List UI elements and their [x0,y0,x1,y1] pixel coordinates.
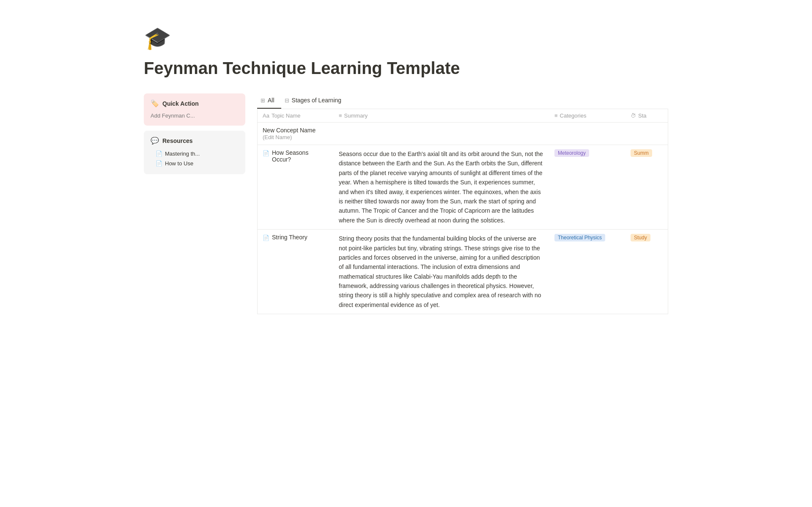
new-concept-status-cell [625,123,668,145]
how-seasons-topic-cell: 📄 How Seasons Occur? [258,145,334,230]
resources-icon: 💬 [151,137,159,145]
col-header-topic: Aa Topic Name [258,109,334,123]
tab-all[interactable]: ⊞ All [257,93,281,109]
resources-header: 💬 Resources [151,137,239,145]
string-theory-topic-cell: 📄 String Theory [258,230,334,314]
col-categories-label: Categories [560,112,587,119]
table-row: New Concept Name (Edit Name) [258,123,668,145]
tab-all-icon: ⊞ [261,97,265,104]
new-concept-topic-name[interactable]: New Concept Name (Edit Name) [263,127,315,140]
sidebar: 🏷️ Quick Action 💬 Resources 📄 Mastering … [144,93,245,179]
doc-icon-how-seasons: 📄 [263,150,269,156]
new-concept-categories-cell [549,123,625,145]
sidebar-item-how-to-use[interactable]: 📄 How to Use [151,159,239,168]
string-theory-topic-name[interactable]: String Theory [272,234,307,241]
tab-stages-icon: ⊟ [285,97,289,104]
how-seasons-status-tag[interactable]: Summ [631,149,652,157]
new-concept-name-sub: (Edit Name) [263,134,292,140]
sidebar-resources: 💬 Resources 📄 Mastering th... 📄 How to U… [144,131,245,174]
sidebar-quick-action: 🏷️ Quick Action [144,93,245,126]
database-table: Aa Topic Name ≡ Summary [257,109,668,314]
col-categories-icon: ≡ [554,112,558,119]
string-theory-categories-cell: Theoretical Physics [549,230,625,314]
new-concept-topic-cell: New Concept Name (Edit Name) [258,123,334,145]
meteorology-tag[interactable]: Meteorology [554,149,589,157]
doc-icon-mastering: 📄 [156,151,162,157]
col-summary-icon: ≡ [339,112,342,119]
string-theory-summary-cell: String theory posits that the fundamenta… [334,230,549,314]
col-topic-label: Topic Name [272,112,301,119]
table-row: 📄 How Seasons Occur? Seasons occur due t… [258,145,668,230]
resource-label-mastering: Mastering th... [165,151,200,157]
string-theory-status-tag[interactable]: Study [631,234,650,241]
doc-icon-string-theory: 📄 [263,235,269,241]
table-header-row: Aa Topic Name ≡ Summary [258,109,668,123]
new-concept-summary-cell [334,123,549,145]
main-content: ⊞ All ⊟ Stages of Learning Aa [257,93,668,314]
how-seasons-topic-name[interactable]: How Seasons Occur? [272,149,329,163]
add-feynman-input[interactable] [151,112,239,120]
how-seasons-summary-cell: Seasons occur due to the Earth's axial t… [334,145,549,230]
col-header-categories: ≡ Categories [549,109,625,123]
quick-action-label: Quick Action [162,100,199,107]
theoretical-physics-tag[interactable]: Theoretical Physics [554,234,605,241]
tab-stages-of-learning[interactable]: ⊟ Stages of Learning [281,93,348,109]
tab-stages-label: Stages of Learning [292,97,342,104]
col-status-label: Sta [638,112,647,119]
how-seasons-status-cell: Summ [625,145,668,230]
page-icon: 🎓 [144,25,668,51]
page-title: Feynman Technique Learning Template [144,58,668,78]
sidebar-item-mastering[interactable]: 📄 Mastering th... [151,149,239,159]
col-status-icon: ⏱ [631,112,636,119]
how-seasons-summary-text: Seasons occur due to the Earth's axial t… [339,151,543,224]
tabs-bar: ⊞ All ⊟ Stages of Learning [257,93,668,109]
tab-all-label: All [268,97,274,104]
doc-icon-how-to-use: 📄 [156,160,162,167]
col-header-status: ⏱ Sta [625,109,668,123]
resources-label: Resources [162,137,193,144]
string-theory-summary-text: String theory posits that the fundamenta… [339,235,541,308]
col-summary-label: Summary [344,112,368,119]
string-theory-status-cell: Study [625,230,668,314]
resource-label-how-to-use: How to Use [165,160,193,167]
table-row: 📄 String Theory String theory posits tha… [258,230,668,314]
how-seasons-categories-cell: Meteorology [549,145,625,230]
col-header-summary: ≡ Summary [334,109,549,123]
quick-action-icon: 🏷️ [151,99,159,107]
quick-action-header: 🏷️ Quick Action [151,99,239,107]
new-concept-name-text: New Concept Name [263,127,315,134]
col-topic-prefix: Aa [263,112,269,119]
